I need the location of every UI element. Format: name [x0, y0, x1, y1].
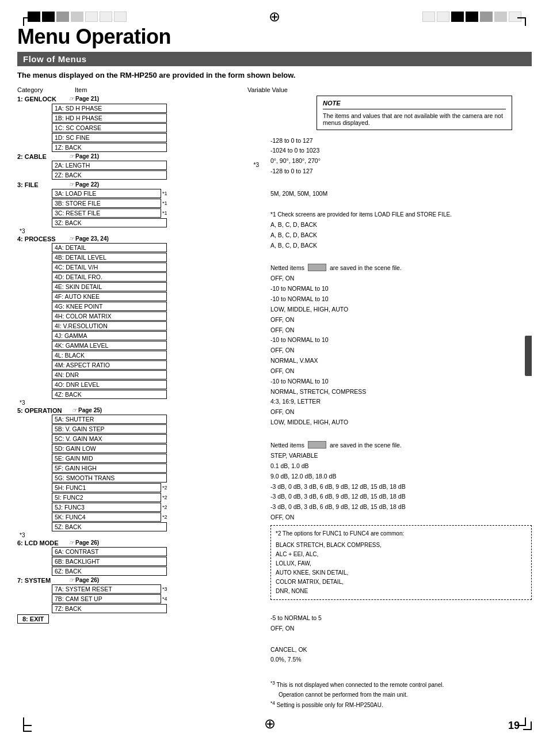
sup-7b: *4	[162, 596, 167, 602]
item-4f: 4F: AUTO KNEE	[52, 292, 167, 301]
cat-genlock: 1: GENLOCK ☞ Page 21) 1A: SD H PHASE 1B:…	[17, 96, 259, 152]
item-2a: 2A: LENGTH	[52, 161, 167, 170]
val-1a: -128 to 0 to 127	[270, 136, 532, 146]
val-4b: -10 to NORMAL to 10	[270, 284, 532, 294]
fn-item-3: LOLUX, FAW,	[276, 559, 382, 568]
cat-cable-page: ☞ Page 21)	[69, 153, 99, 159]
cat-genlock-page: ☞ Page 21)	[69, 96, 99, 102]
deco-bar	[466, 12, 478, 22]
cat-lcdmode-page: ☞ Page 26)	[69, 540, 99, 546]
item-4m: 4M: ASPECT RATIO	[52, 360, 167, 370]
item-6b: 6B: BACKLIGHT	[52, 557, 167, 566]
cat-file-label: 3: FILE	[17, 181, 69, 188]
lcdmode-items: 6A: CONTRAST 6B: BACKLIGHT 6Z: BACK	[52, 547, 259, 576]
item-5k: 5K: FUNC4	[52, 512, 161, 522]
star3-cable: *3	[254, 162, 259, 168]
item-4z: 4Z: BACK	[52, 390, 167, 399]
val-4g: -10 to NORMAL to 10	[270, 335, 532, 345]
val-4j: OFF, ON	[270, 366, 532, 377]
item-4g: 4G: KNEE POINT	[52, 302, 167, 311]
val-3c: A, B, C, D, BACK	[270, 241, 532, 251]
val-3b: A, B, C, D, BACK	[270, 230, 532, 241]
sup-7a: *3	[162, 586, 167, 592]
fn-item-4: AUTO KNEE, SKIN DETAIL,	[276, 568, 382, 578]
operation-items: 5A: SHUTTER 5B: V. GAIN STEP 5C: V. GAIN…	[52, 415, 259, 531]
val-5f: -3 dB, 0 dB, 3 dB, 6 dB, 9 dB, 12 dB, 15…	[270, 502, 532, 512]
values-system: CANCEL, OK 0.0%, 7.5%	[270, 645, 532, 675]
cat-system-page: ☞ Page 26)	[69, 577, 99, 583]
val-5c: 9.0 dB, 12.0 dB, 18.0 dB	[270, 472, 532, 482]
deco-bar	[480, 12, 493, 22]
item-4c: 4C: DETAIL V/H	[52, 263, 167, 272]
values-file: *1 Check screens are provided for items …	[270, 211, 532, 261]
item-5d: 5D: GAIN LOW	[52, 444, 167, 453]
item-6z: 6Z: BACK	[52, 567, 167, 576]
val-1b: -1024 to 0 to 1023	[270, 146, 532, 156]
cat-operation: 5: OPERATION ☞ Page 25) 5A: SHUTTER 5B: …	[17, 407, 259, 538]
col-category: Category	[17, 86, 63, 93]
cat-file-page: ☞ Page 22)	[69, 181, 99, 188]
netted-box-2	[308, 441, 326, 449]
star1-note: *1 Check screens are provided for items …	[270, 211, 532, 218]
item-5h: 5H: FUNC1	[52, 483, 161, 492]
cat-file: 3: FILE ☞ Page 22) 3A: LOAD FILE *1 3B: …	[17, 181, 259, 234]
item-5e: 5E: GAIN MID	[52, 454, 167, 463]
val-5e: -3 dB, 0 dB, 3 dB, 6 dB, 9 dB, 12 dB, 15…	[270, 492, 532, 502]
val-1d: -128 to 0 to 127	[270, 166, 532, 177]
val-4f: OFF, ON	[270, 325, 532, 336]
item-5a: 5A: SHUTTER	[52, 415, 167, 424]
deco-bar	[42, 12, 55, 22]
netted-box-1	[308, 264, 326, 271]
values-lcdmode: -5 to NORMAL to 5 OFF, ON	[270, 613, 532, 644]
cat-exit-label: 8: EXIT	[17, 614, 49, 624]
right-values: NOTE The items and values that are not a…	[259, 96, 532, 710]
values-genlock: -128 to 0 to 127 -1024 to 0 to 1023 0°, …	[270, 136, 532, 187]
val-4a: OFF, ON	[270, 273, 532, 284]
col-item: Item	[75, 86, 201, 93]
val-1z	[270, 177, 532, 187]
cat-process-page: ☞ Page 23, 24)	[69, 235, 109, 242]
note-box: NOTE The items and values that are not a…	[317, 96, 512, 130]
netted-text-post-2: are saved in the scene file.	[330, 442, 402, 449]
val-4n: OFF, ON	[270, 407, 532, 417]
item-5j: 5J: FUNC3	[52, 503, 161, 512]
val-5a: STEP, VARIABLE	[270, 451, 532, 461]
cat-system-label: 7: SYSTEM	[17, 577, 69, 584]
page-title: Menu Operation	[17, 25, 532, 48]
netted-note-2: Netted items are saved in the scene file…	[270, 441, 532, 449]
item-4o: 4O: DNR LEVEL	[52, 380, 167, 389]
item-3a: 3A: LOAD FILE	[52, 189, 161, 198]
note-title: NOTE	[323, 100, 506, 107]
menu-tree: 1: GENLOCK ☞ Page 21) 1A: SD H PHASE 1B:…	[17, 96, 259, 710]
deco-bar	[100, 12, 112, 22]
netted-note-1: Netted items are saved in the scene file…	[270, 264, 532, 271]
item-3z: 3Z: BACK	[52, 218, 167, 227]
cat-exit: 8: EXIT	[17, 614, 259, 624]
section-header: Flow of Menus	[17, 52, 532, 66]
deco-bar	[451, 12, 464, 22]
item-6a: 6A: CONTRAST	[52, 547, 167, 556]
val-5g: OFF, ON	[270, 512, 532, 523]
val-3z	[270, 250, 532, 260]
item-4l: 4L: BLACK	[52, 351, 167, 360]
item-1a: 1A: SD H PHASE	[52, 104, 167, 113]
val-4o: LOW, MIDDLE, HIGH, AUTO	[270, 417, 532, 428]
val-7a: CANCEL, OK	[270, 645, 532, 655]
item-1b: 1B: HD H PHASE	[52, 113, 167, 123]
crosshair-top: ⊕	[269, 9, 280, 25]
item-5z: 5Z: BACK	[52, 522, 167, 531]
footnote-star3: *3 This is not displayed when connected …	[270, 679, 532, 699]
sup-5j: *2	[162, 504, 167, 510]
val-4e: OFF, ON	[270, 315, 532, 325]
col-variable-value: Variable Value	[247, 86, 288, 93]
netted-text-pre-2: Netted items	[270, 442, 304, 449]
item-5i: 5I: FUNC2	[52, 493, 161, 502]
item-5b: 5B: V. GAIN STEP	[52, 424, 167, 434]
cat-cable-label: 2: CABLE	[17, 153, 69, 160]
item-4n: 4N: DNR	[52, 370, 167, 379]
item-4d: 4D: DETAIL FRO.	[52, 272, 167, 282]
deco-bar	[114, 12, 127, 22]
corner-bl-deco	[23, 717, 32, 726]
item-5c: 5C: V. GAIN MAX	[52, 434, 167, 443]
deco-bar	[422, 12, 435, 22]
